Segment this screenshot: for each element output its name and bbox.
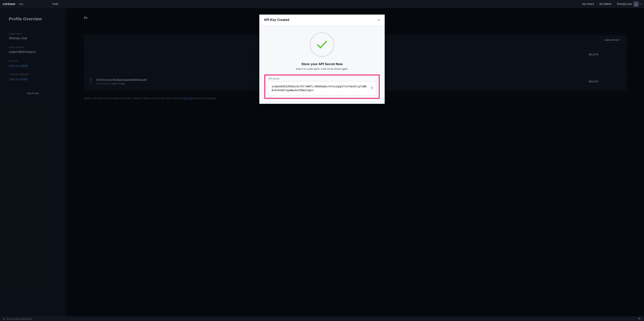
api-secret-field: xLHpAoEUO2Zh82m/QiYHl7aM87c/6KHAUqKs+k7e…: [268, 82, 376, 95]
nav-my-wallets[interactable]: My Wallets: [599, 2, 612, 5]
field-payment: Payment Methods View or update: [9, 73, 58, 80]
api-secret-value: xLHpAoEUO2Zh82m/QiYHl7aM87c/6KHAUqKs+k7e…: [272, 85, 367, 92]
modal-subtitle: Store your API Secret Now: [264, 62, 380, 66]
sidebar: Profile Overview Legal name Shrimpy User…: [0, 8, 66, 317]
notice-prefix: Notice: API keys are for advanced users.…: [84, 97, 183, 100]
close-button[interactable]: ✕: [378, 18, 380, 22]
copy-icon[interactable]: [370, 86, 374, 90]
sidebar-title: Profile Overview: [9, 16, 58, 21]
brand: coinbase Pro: [3, 2, 23, 6]
nav-trade[interactable]: Trade: [52, 2, 58, 5]
security-link[interactable]: View or update: [9, 64, 58, 67]
edit-profile-button[interactable]: Edit Profile: [9, 90, 57, 97]
new-api-key-button[interactable]: + NEW API KEY: [600, 37, 623, 43]
permissions-value: View | Trade: [111, 82, 125, 85]
checkmark-icon: [317, 40, 327, 49]
user-icon: [634, 2, 638, 6]
status-bar: Service Under Maintenance: [0, 317, 644, 321]
avatar: [634, 1, 639, 7]
permissions-label: Permissions:: [96, 82, 110, 85]
payment-link[interactable]: View or update: [9, 77, 58, 80]
email-label: Email address: [9, 46, 58, 49]
api-secret-label: API Secret: [268, 77, 376, 80]
user-menu[interactable]: Shrimpy User ▾: [617, 1, 641, 7]
top-nav: coinbase Pro Trade My Orders My Wallets …: [0, 0, 644, 8]
brand-pro: Pro: [19, 3, 23, 5]
legal-name-value: Shrimpy User: [9, 36, 58, 40]
svg-rect-3: [372, 87, 373, 89]
delete-button[interactable]: DELETE: [566, 78, 622, 85]
modal-note: Store it in a safe place. It will not be…: [264, 68, 380, 70]
key-icon: [89, 77, 93, 86]
gear-icon[interactable]: [638, 317, 640, 321]
modal-header: API Key Created ✕: [259, 14, 385, 25]
field-email: Email address support@shrimpy.io: [9, 46, 58, 54]
svg-point-0: [636, 3, 637, 4]
field-legal-name: Legal name Shrimpy User: [9, 32, 58, 40]
brand-divider: [17, 3, 18, 5]
success-circle: [310, 32, 334, 57]
payment-label: Payment Methods: [9, 73, 58, 76]
brand-coinbase: coinbase: [3, 2, 15, 6]
legal-name-label: Legal name: [9, 32, 58, 35]
api-key-created-modal: API Key Created ✕ Store your API Secret …: [259, 14, 385, 104]
status-dot-icon: [4, 318, 4, 320]
modal-title: API Key Created: [264, 18, 289, 22]
delete-button[interactable]: DELETE: [566, 51, 622, 58]
close-icon: ✕: [378, 18, 380, 22]
security-label: Security: [9, 59, 58, 62]
svg-point-2: [91, 79, 91, 79]
chevron-down-icon: ▾: [640, 3, 641, 5]
user-name: Shrimpy User: [617, 2, 632, 5]
api-docs-link[interactable]: API Docs: [183, 97, 194, 100]
field-security: Security View or update: [9, 59, 58, 67]
nav-my-orders[interactable]: My Orders: [582, 2, 594, 5]
status-text: Service Under Maintenance: [6, 318, 32, 320]
email-value: support@shrimpy.io: [9, 50, 58, 54]
notice-suffix: before proceeding.: [194, 97, 217, 100]
api-secret-highlight: API Secret xLHpAoEUO2Zh82m/QiYHl7aM87c/6…: [264, 74, 380, 99]
